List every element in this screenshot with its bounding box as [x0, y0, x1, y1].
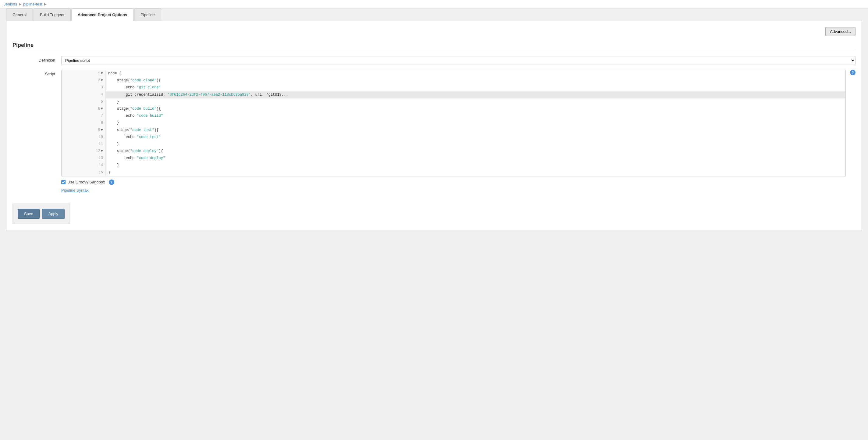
breadcrumb: Jenkins ▶ pipline-test ▶: [0, 0, 868, 8]
script-gutter-cell: 7: [62, 113, 105, 120]
script-code-cell: }: [105, 169, 845, 176]
script-gutter-cell: 2▼: [62, 77, 105, 84]
script-gutter-cell: 11: [62, 141, 105, 148]
breadcrumb-jenkins[interactable]: Jenkins: [4, 2, 17, 6]
script-label: Script: [12, 70, 55, 76]
content-panel: Advanced... Pipeline Definition Pipeline…: [6, 21, 862, 230]
script-line-row: 11 }: [62, 141, 845, 148]
script-line-row: 14 }: [62, 162, 845, 169]
script-gutter-cell: 10: [62, 134, 105, 141]
script-line-row: 9▼ stage("code test"){: [62, 127, 845, 134]
script-gutter-cell: 4: [62, 91, 105, 98]
script-line-row: 13 echo "code deploy": [62, 155, 845, 162]
script-editor[interactable]: 1▼node {2▼ stage("code clone"){3 echo "g…: [61, 70, 846, 177]
apply-button[interactable]: Apply: [42, 209, 65, 219]
script-code-cell: stage("code test"){: [105, 127, 845, 134]
script-code-cell: }: [105, 162, 845, 169]
script-gutter-cell: 5: [62, 98, 105, 105]
tab-general[interactable]: General: [6, 8, 33, 21]
script-gutter-cell: 12▼: [62, 148, 105, 155]
script-code-cell: echo "git clone": [105, 84, 845, 91]
action-buttons: Save Apply: [12, 203, 70, 224]
script-line-row: 4 git credentialsId: '3f61c264-2df2-4067…: [62, 91, 845, 98]
advanced-btn-row: Advanced...: [12, 27, 856, 36]
script-gutter-cell: 13: [62, 155, 105, 162]
script-line-row: 8 }: [62, 120, 845, 126]
script-code-cell: stage("code build"){: [105, 105, 845, 113]
script-code-cell: node {: [105, 70, 845, 77]
script-code-cell: echo "code deploy": [105, 155, 845, 162]
tab-bar: General Build Triggers Advanced Project …: [6, 8, 862, 21]
definition-control: Pipeline script Pipeline script from SCM: [61, 56, 856, 65]
script-code-cell: }: [105, 98, 845, 105]
tab-advanced-project-options[interactable]: Advanced Project Options: [71, 8, 134, 21]
definition-select[interactable]: Pipeline script Pipeline script from SCM: [61, 56, 856, 65]
script-row: Script 1▼node {2▼ stage("code clone"){3 …: [12, 70, 856, 193]
breadcrumb-pipline-test[interactable]: pipline-test: [23, 2, 42, 6]
pipeline-syntax-link[interactable]: Pipeline Syntax: [61, 188, 856, 193]
script-line-row: 10 echo "code test": [62, 134, 845, 141]
pipeline-section-title: Pipeline: [12, 42, 856, 51]
script-line-row: 15}: [62, 169, 845, 176]
save-button[interactable]: Save: [18, 209, 40, 219]
script-table: 1▼node {2▼ stage("code clone"){3 echo "g…: [62, 70, 845, 176]
breadcrumb-separator-1: ▶: [19, 2, 21, 6]
script-line-row: 3 echo "git clone": [62, 84, 845, 91]
script-code-cell: stage("code deploy"){: [105, 148, 845, 155]
advanced-button[interactable]: Advanced...: [825, 27, 856, 36]
script-line-row: 5 }: [62, 98, 845, 105]
main-content: General Build Triggers Advanced Project …: [0, 8, 868, 237]
script-gutter-cell: 1▼: [62, 70, 105, 77]
script-control: 1▼node {2▼ stage("code clone"){3 echo "g…: [61, 70, 856, 193]
definition-row: Definition Pipeline script Pipeline scri…: [12, 56, 856, 65]
script-line-row: 7 echo "code build": [62, 113, 845, 120]
script-line-row: 1▼node {: [62, 70, 845, 77]
script-gutter-cell: 3: [62, 84, 105, 91]
script-gutter-cell: 8: [62, 120, 105, 126]
script-gutter-cell: 14: [62, 162, 105, 169]
script-gutter-cell: 6▼: [62, 105, 105, 113]
groovy-sandbox-help-icon[interactable]: ?: [109, 180, 114, 185]
groovy-sandbox-row: Use Groovy Sandbox ?: [61, 180, 856, 185]
script-gutter-cell: 9▼: [62, 127, 105, 134]
groovy-sandbox-label: Use Groovy Sandbox: [67, 180, 105, 184]
script-code-cell: echo "code build": [105, 113, 845, 120]
script-code-cell: stage("code clone"){: [105, 77, 845, 84]
script-line-row: 6▼ stage("code build"){: [62, 105, 845, 113]
script-code-cell: }: [105, 141, 845, 148]
script-code-cell: git credentialsId: '3f61c264-2df2-4067-a…: [105, 91, 845, 98]
script-code-cell: }: [105, 120, 845, 126]
tab-pipeline[interactable]: Pipeline: [134, 8, 161, 21]
script-code-cell: echo "code test": [105, 134, 845, 141]
script-line-row: 2▼ stage("code clone"){: [62, 77, 845, 84]
script-gutter-cell: 15: [62, 169, 105, 176]
script-line-row: 12▼ stage("code deploy"){: [62, 148, 845, 155]
definition-label: Definition: [12, 56, 55, 62]
groovy-sandbox-checkbox[interactable]: [61, 180, 65, 184]
tab-build-triggers[interactable]: Build Triggers: [33, 8, 70, 21]
breadcrumb-separator-2: ▶: [44, 2, 46, 6]
script-help-icon[interactable]: ?: [850, 70, 856, 75]
pipeline-section: Pipeline Definition Pipeline script Pipe…: [12, 42, 856, 193]
